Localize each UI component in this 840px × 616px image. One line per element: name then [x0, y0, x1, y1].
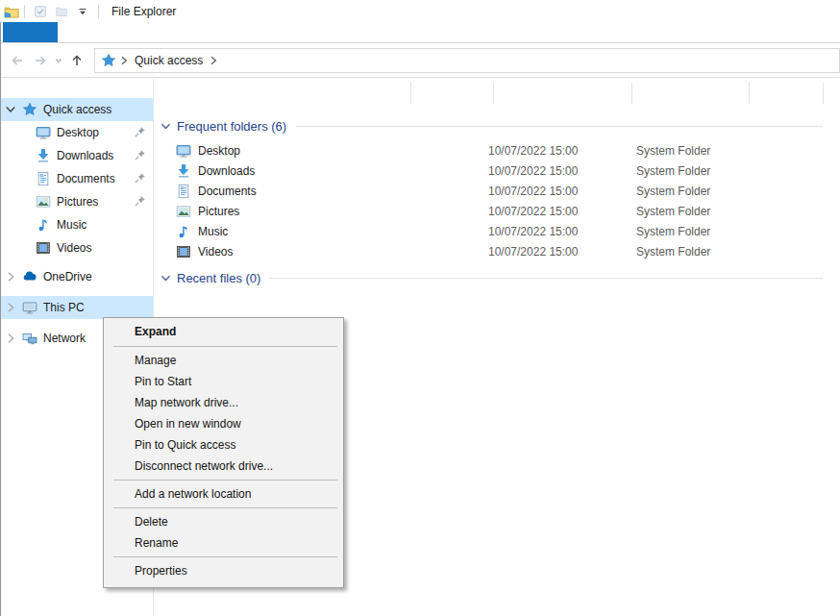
sidebar-item-label: Network: [43, 332, 86, 345]
address-bar[interactable]: Quick access: [94, 48, 840, 73]
column-headers: [154, 79, 840, 108]
quick-access-star-icon: [22, 102, 37, 117]
column-divider[interactable]: [493, 83, 494, 104]
frequent-folders-rows: Desktop 10/07/2022 15:00 System Folder D…: [154, 140, 840, 261]
forward-button[interactable]: [29, 49, 52, 72]
cell-date-modified: 10/07/2022 15:00: [488, 205, 578, 218]
breadcrumb-chevron-icon[interactable]: [117, 54, 131, 67]
this-pc-icon: [22, 300, 37, 315]
context-menu-item[interactable]: [113, 507, 337, 508]
context-menu-item[interactable]: Properties: [104, 560, 343, 581]
chevron-down-icon[interactable]: [160, 272, 172, 284]
cell-name: Videos: [198, 245, 233, 259]
sidebar-item[interactable]: Desktop: [0, 121, 153, 144]
sidebar-item-label: Music: [57, 218, 86, 232]
qat-properties-button[interactable]: [32, 3, 49, 20]
qat-customize-button[interactable]: [74, 3, 91, 20]
ribbon-tab[interactable]: [58, 22, 112, 42]
quick-access-star-icon: [101, 53, 116, 68]
context-menu-item[interactable]: Map network drive...: [104, 392, 343, 413]
sidebar-item-label: Pictures: [57, 195, 98, 209]
sidebar-item[interactable]: This PC: [0, 296, 153, 319]
cell-name: Downloads: [198, 164, 255, 178]
context-menu-item[interactable]: Open in new window: [104, 413, 343, 434]
sidebar-item[interactable]: Music: [0, 213, 153, 236]
desktop-icon: [176, 143, 191, 159]
cell-date-modified: 10/07/2022 15:00: [488, 164, 578, 178]
group-header-frequent-folders[interactable]: Frequent folders (6): [154, 115, 840, 136]
tree-chevron-icon[interactable]: [4, 270, 17, 283]
file-row[interactable]: Documents 10/07/2022 15:00 System Folder: [154, 181, 840, 201]
tree-chevron-icon[interactable]: [4, 332, 17, 345]
cell-type: System Folder: [636, 185, 710, 198]
sidebar-item-label: Quick access: [43, 103, 111, 116]
context-menu-item[interactable]: [113, 346, 337, 347]
file-row[interactable]: Videos 10/07/2022 15:00 System Folder: [154, 241, 840, 261]
sidebar-item-label: OneDrive: [43, 270, 92, 283]
column-divider[interactable]: [749, 83, 750, 104]
chevron-down-icon[interactable]: [160, 120, 172, 133]
tree-chevron-icon[interactable]: [4, 301, 17, 314]
column-divider[interactable]: [823, 83, 824, 104]
ribbon-tab[interactable]: [112, 22, 167, 42]
window-left-border: [0, 22, 1, 616]
sidebar-item[interactable]: Pictures: [0, 190, 153, 213]
context-menu-item[interactable]: Delete: [104, 511, 343, 532]
cell-name: Music: [198, 225, 228, 238]
file-row[interactable]: Downloads 10/07/2022 15:00 System Folder: [154, 160, 840, 181]
pin-icon: [134, 172, 146, 185]
file-row[interactable]: Pictures 10/07/2022 15:00 System Folder: [154, 201, 840, 221]
up-button[interactable]: [65, 49, 88, 72]
group-divider-line: [270, 278, 823, 279]
column-divider[interactable]: [410, 83, 411, 104]
breadcrumb-chevron-icon[interactable]: [207, 54, 220, 67]
back-button[interactable]: [6, 49, 29, 72]
sidebar-item-label: Videos: [57, 241, 91, 255]
back-icon: [10, 53, 25, 68]
cell-name: Pictures: [198, 205, 239, 218]
group-header-recent-files[interactable]: Recent files (0): [154, 267, 840, 288]
column-divider[interactable]: [631, 83, 632, 104]
cell-type: System Folder: [636, 205, 710, 218]
group-label: Recent files (0): [177, 271, 260, 285]
context-menu-item[interactable]: [113, 556, 337, 557]
window-title: File Explorer: [111, 5, 176, 18]
breadcrumb[interactable]: Quick access: [135, 54, 203, 67]
music-icon: [176, 224, 191, 239]
sidebar-item[interactable]: Downloads: [0, 144, 153, 167]
cell-date-modified: 10/07/2022 15:00: [488, 185, 578, 198]
sidebar-item[interactable]: OneDrive: [0, 265, 153, 288]
context-menu-item[interactable]: Pin to Quick access: [104, 434, 343, 456]
qat-new-folder-icon: [55, 5, 68, 18]
file-row[interactable]: Music 10/07/2022 15:00 System Folder: [154, 221, 840, 241]
file-row[interactable]: Desktop 10/07/2022 15:00 System Folder: [154, 140, 840, 160]
qat-properties-icon: [34, 5, 47, 18]
sidebar-item[interactable]: Videos: [0, 236, 153, 259]
pictures-icon: [36, 194, 51, 209]
context-menu-item[interactable]: Expand: [104, 320, 343, 343]
context-menu-item[interactable]: Rename: [104, 532, 343, 554]
context-menu-item[interactable]: Add a network location: [104, 483, 343, 505]
qat-dropdown-icon: [77, 6, 88, 17]
ribbon-tab[interactable]: [3, 22, 58, 42]
folder-content: Frequent folders (6) Desktop 10/07/2022 …: [154, 108, 840, 288]
context-menu-item[interactable]: Disconnect network drive...: [104, 456, 343, 477]
downloads-icon: [36, 148, 51, 163]
context-menu-item[interactable]: Manage: [104, 350, 343, 371]
recent-locations-button[interactable]: [52, 49, 65, 72]
sidebar-item[interactable]: Documents: [0, 167, 153, 190]
tree-chevron-icon[interactable]: [4, 103, 17, 116]
cell-date-modified: 10/07/2022 15:00: [488, 245, 578, 259]
context-menu-item[interactable]: Pin to Start: [104, 371, 343, 392]
network-icon: [22, 331, 37, 346]
documents-icon: [176, 184, 191, 199]
qat-new-folder-button[interactable]: [53, 3, 70, 20]
documents-icon: [36, 171, 51, 186]
cell-name: Desktop: [198, 144, 240, 158]
sidebar-item[interactable]: Quick access: [0, 98, 153, 121]
ribbon-tab[interactable]: [167, 22, 222, 42]
context-menu-item[interactable]: [113, 480, 337, 480]
downloads-icon: [176, 163, 191, 179]
context-menu: Expand Manage Pin to Start Map network d…: [103, 317, 344, 588]
cell-date-modified: 10/07/2022 15:00: [488, 225, 578, 238]
